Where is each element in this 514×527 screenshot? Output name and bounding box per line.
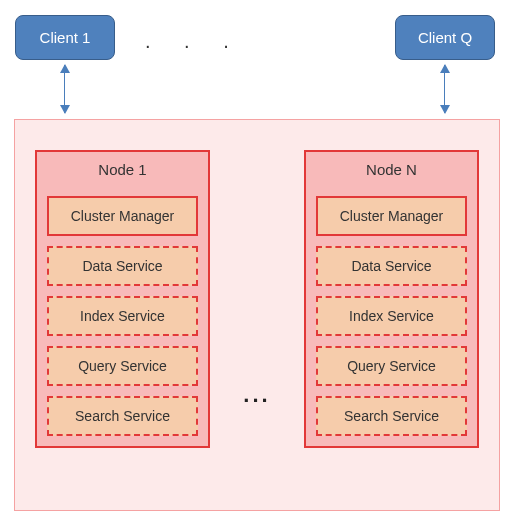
client-arrow — [64, 65, 65, 113]
service-search: Search Service — [316, 396, 467, 436]
service-label: Query Service — [347, 358, 436, 374]
service-index: Index Service — [47, 296, 198, 336]
cluster-container: Node 1 Cluster Manager Data Service Inde… — [14, 119, 500, 511]
service-label: Cluster Manager — [340, 208, 444, 224]
service-query: Query Service — [316, 346, 467, 386]
service-label: Search Service — [344, 408, 439, 424]
client-ellipsis: . . . — [145, 30, 243, 53]
service-label: Index Service — [80, 308, 165, 324]
client-box: Client Q — [395, 15, 495, 60]
service-label: Data Service — [82, 258, 162, 274]
service-search: Search Service — [47, 396, 198, 436]
node-title: Node N — [366, 152, 417, 186]
service-label: Query Service — [78, 358, 167, 374]
service-index: Index Service — [316, 296, 467, 336]
service-query: Query Service — [47, 346, 198, 386]
client-label: Client 1 — [40, 29, 91, 46]
service-label: Cluster Manager — [71, 208, 175, 224]
service-label: Data Service — [351, 258, 431, 274]
node-box: Node 1 Cluster Manager Data Service Inde… — [35, 150, 210, 448]
client-box: Client 1 — [15, 15, 115, 60]
service-cluster-manager: Cluster Manager — [316, 196, 467, 236]
service-cluster-manager: Cluster Manager — [47, 196, 198, 236]
client-label: Client Q — [418, 29, 472, 46]
node-ellipsis: ... — [243, 382, 270, 408]
client-arrow — [444, 65, 445, 113]
node-box: Node N Cluster Manager Data Service Inde… — [304, 150, 479, 448]
service-label: Search Service — [75, 408, 170, 424]
service-data: Data Service — [47, 246, 198, 286]
service-label: Index Service — [349, 308, 434, 324]
node-title: Node 1 — [98, 152, 146, 186]
service-data: Data Service — [316, 246, 467, 286]
